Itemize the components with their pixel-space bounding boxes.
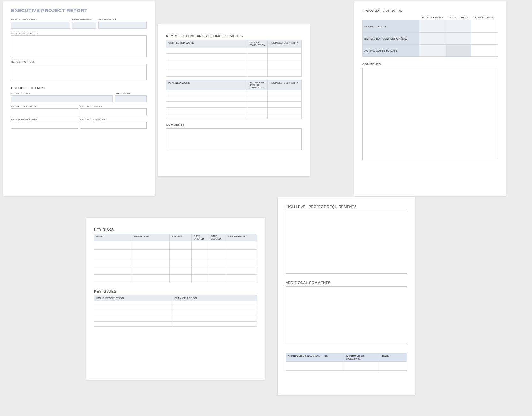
cell[interactable] [471, 20, 498, 33]
cell[interactable] [166, 96, 247, 102]
input-comments-3[interactable] [362, 68, 498, 160]
cell[interactable] [446, 33, 471, 45]
cell[interactable] [169, 241, 192, 250]
cell[interactable] [267, 48, 301, 54]
cell[interactable] [209, 266, 226, 275]
cell[interactable] [94, 306, 172, 311]
input-approved-signature[interactable] [344, 362, 380, 371]
cell[interactable] [267, 108, 301, 113]
cell[interactable] [226, 241, 257, 250]
label-reporting-period: REPORTING PERIOD [11, 18, 70, 21]
input-project-name[interactable] [11, 95, 113, 102]
cell[interactable] [247, 113, 268, 119]
cell[interactable] [247, 90, 268, 96]
input-report-purpose[interactable] [11, 64, 147, 80]
cell[interactable] [247, 59, 268, 65]
input-approved-date[interactable] [380, 362, 407, 371]
cell[interactable] [132, 275, 169, 283]
cell[interactable] [166, 54, 247, 59]
cell[interactable] [446, 20, 471, 33]
cell[interactable] [419, 20, 446, 33]
cell[interactable] [226, 258, 257, 266]
cell[interactable] [132, 250, 169, 258]
cell[interactable] [446, 45, 471, 57]
cell[interactable] [192, 250, 209, 258]
cell[interactable] [267, 102, 301, 108]
cell[interactable] [471, 45, 498, 57]
cell[interactable] [94, 322, 172, 327]
input-reporting-period[interactable] [11, 22, 70, 29]
input-comments-2[interactable] [166, 128, 302, 150]
cell[interactable] [166, 108, 247, 113]
cell[interactable] [192, 275, 209, 283]
cell[interactable] [169, 275, 192, 283]
input-program-manager[interactable] [11, 122, 78, 129]
cell[interactable] [226, 275, 257, 283]
input-requirements[interactable] [286, 211, 407, 274]
cell[interactable] [226, 250, 257, 258]
input-additional-comments[interactable] [286, 286, 407, 344]
cell[interactable] [209, 275, 226, 283]
input-project-owner[interactable] [80, 108, 147, 115]
cell[interactable] [267, 54, 301, 59]
cell[interactable] [267, 59, 301, 65]
cell[interactable] [172, 311, 257, 316]
cell[interactable] [247, 108, 268, 113]
cell[interactable] [247, 71, 268, 77]
cell[interactable] [192, 266, 209, 275]
cell[interactable] [94, 316, 172, 322]
cell[interactable] [247, 48, 268, 54]
cell[interactable] [166, 71, 247, 77]
cell[interactable] [172, 306, 257, 311]
cell[interactable] [172, 316, 257, 322]
cell[interactable] [94, 250, 132, 258]
input-approved-name[interactable] [286, 362, 344, 371]
input-date-prepared[interactable] [72, 22, 96, 29]
cell[interactable] [267, 71, 301, 77]
cell[interactable] [209, 258, 226, 266]
cell[interactable] [166, 65, 247, 71]
cell[interactable] [247, 102, 268, 108]
cell[interactable] [267, 113, 301, 119]
cell[interactable] [169, 258, 192, 266]
cell[interactable] [94, 241, 132, 250]
cell[interactable] [247, 54, 268, 59]
cell[interactable] [247, 96, 268, 102]
cell[interactable] [267, 90, 301, 96]
cell[interactable] [132, 241, 169, 250]
cell[interactable] [166, 102, 247, 108]
cell[interactable] [209, 241, 226, 250]
cell[interactable] [132, 266, 169, 275]
input-report-recipients[interactable] [11, 35, 147, 57]
cell[interactable] [166, 59, 247, 65]
th-status: STATUS [169, 234, 192, 241]
cell[interactable] [169, 250, 192, 258]
cell[interactable] [169, 266, 192, 275]
cell[interactable] [267, 96, 301, 102]
cell[interactable] [192, 241, 209, 250]
input-project-manager[interactable] [80, 122, 147, 129]
cell[interactable] [419, 33, 446, 45]
cell[interactable] [267, 65, 301, 71]
cell[interactable] [209, 250, 226, 258]
cell[interactable] [172, 301, 257, 306]
cell[interactable] [166, 48, 247, 54]
cell[interactable] [226, 266, 257, 275]
input-project-no[interactable] [115, 95, 147, 102]
cell[interactable] [471, 33, 498, 45]
input-project-sponsor[interactable] [11, 108, 78, 115]
cell[interactable] [94, 311, 172, 316]
cell[interactable] [166, 90, 247, 96]
cell[interactable] [94, 275, 132, 283]
input-prepared-by[interactable] [98, 22, 147, 29]
cell[interactable] [94, 258, 132, 266]
th-responsible-party-2: RESPONSIBLE PARTY [267, 80, 301, 90]
cell[interactable] [419, 45, 446, 57]
cell[interactable] [192, 258, 209, 266]
cell[interactable] [172, 322, 257, 327]
cell[interactable] [132, 258, 169, 266]
cell[interactable] [94, 301, 172, 306]
cell[interactable] [166, 113, 247, 119]
cell[interactable] [247, 65, 268, 71]
cell[interactable] [94, 266, 132, 275]
